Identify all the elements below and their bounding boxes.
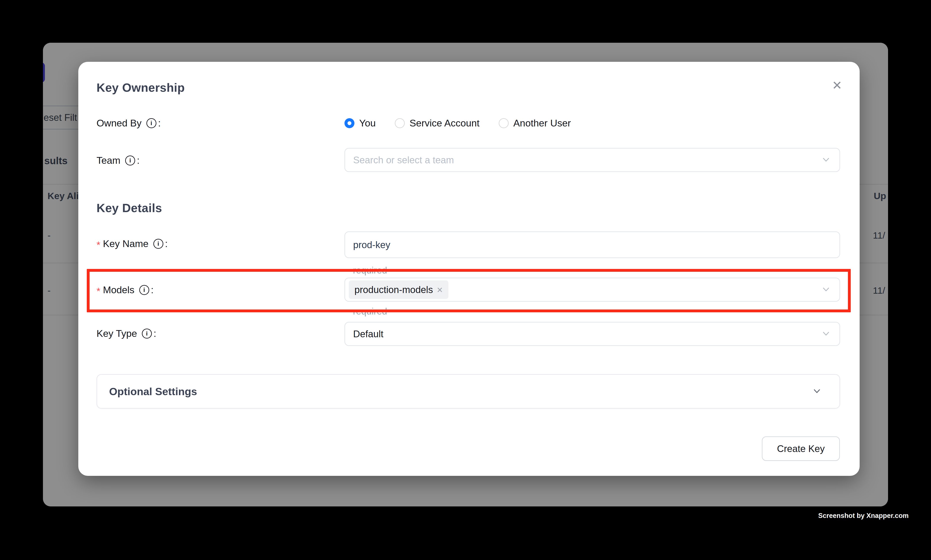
chevron-down-icon: [821, 285, 831, 295]
owned-by-radio-group: You Service Account Another User: [345, 117, 571, 130]
modal-title-key-ownership: Key Ownership: [97, 81, 185, 95]
radio-unselected-icon[interactable]: [499, 118, 509, 128]
info-icon[interactable]: i: [146, 118, 156, 128]
models-multiselect[interactable]: production-models ×: [345, 278, 840, 302]
section-title-key-details: Key Details: [97, 201, 162, 215]
key-type-label: Key Type i :: [97, 328, 156, 340]
key-name-required-message: required: [353, 265, 387, 276]
radio-option-service-account[interactable]: Service Account: [395, 118, 480, 129]
create-key-modal: Key Ownership ✕ Owned By i : You Service…: [78, 62, 860, 476]
remove-tag-icon[interactable]: ×: [437, 284, 443, 295]
required-asterisk: *: [97, 240, 100, 251]
create-key-button[interactable]: Create Key: [762, 436, 840, 461]
selected-model-tag: production-models ×: [349, 280, 448, 299]
chevron-down-icon: [812, 386, 822, 397]
optional-settings-label: Optional Settings: [109, 385, 197, 398]
key-name-value: prod-key: [353, 240, 390, 250]
chevron-down-icon: [821, 155, 831, 165]
key-type-value: Default: [353, 329, 383, 339]
required-asterisk: *: [97, 286, 100, 297]
radio-unselected-icon[interactable]: [395, 118, 405, 128]
info-icon[interactable]: i: [153, 239, 163, 249]
info-icon[interactable]: i: [142, 329, 152, 338]
radio-option-you[interactable]: You: [345, 118, 376, 129]
team-select[interactable]: Search or select a team: [345, 148, 840, 172]
info-icon[interactable]: i: [125, 155, 135, 166]
models-label: * Models i :: [97, 284, 154, 296]
key-type-select[interactable]: Default: [345, 322, 840, 346]
close-icon[interactable]: ✕: [826, 74, 848, 96]
key-name-input[interactable]: prod-key: [345, 231, 840, 258]
key-name-label: * Key Name i :: [97, 238, 168, 250]
owned-by-label: Owned By i :: [97, 117, 161, 129]
info-icon[interactable]: i: [139, 285, 149, 295]
team-label: Team i :: [97, 154, 140, 166]
chevron-down-icon: [821, 329, 831, 339]
watermark-label: Screenshot by Xnapper.com: [818, 512, 909, 520]
selected-model-tag-label: production-models: [354, 284, 433, 295]
models-required-message: required: [353, 306, 387, 317]
team-select-placeholder: Search or select a team: [353, 155, 454, 166]
radio-selected-icon[interactable]: [345, 118, 354, 128]
radio-option-another-user[interactable]: Another User: [499, 118, 571, 129]
optional-settings-accordion[interactable]: Optional Settings: [97, 374, 840, 409]
